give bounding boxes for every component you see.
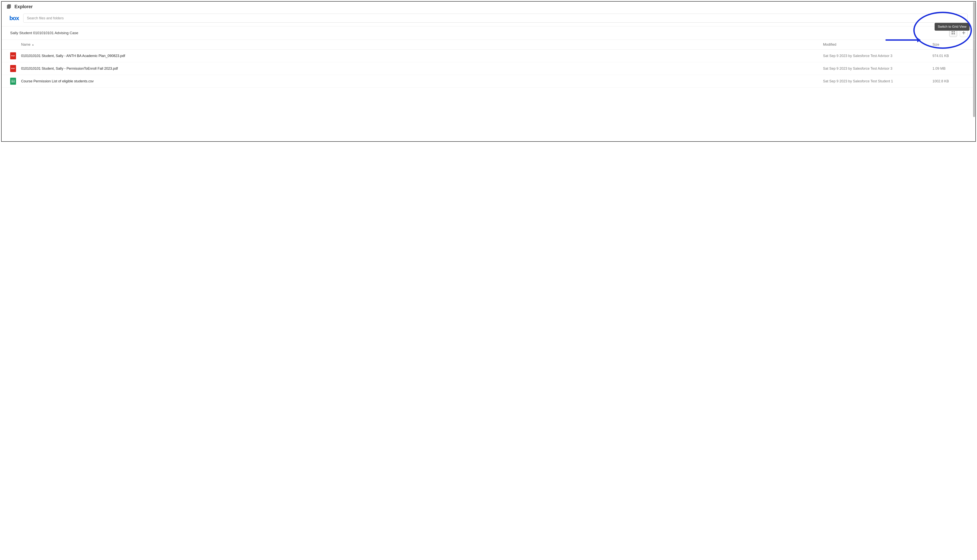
file-modified: Sat Sep 9 2023 by Salesforce Test Adviso…	[823, 67, 932, 71]
file-name[interactable]: Course Permission List of eligible stude…	[21, 79, 823, 83]
file-row[interactable]: PDF0101010101 Student, Sally - Permissio…	[2, 62, 975, 75]
svg-rect-5	[952, 33, 953, 34]
file-size: 1002.8 KB	[932, 79, 968, 83]
column-header-modified[interactable]: Modified	[823, 43, 932, 47]
box-logo: box	[9, 15, 19, 22]
scrollbar-thumb[interactable]	[973, 2, 975, 117]
svg-rect-6	[954, 33, 955, 34]
plus-icon	[962, 31, 966, 35]
file-size: 974.01 KB	[932, 54, 968, 58]
svg-rect-3	[952, 31, 953, 32]
pdf-badge-label: PDF	[11, 55, 15, 57]
file-list: PDF0101010101 Student, Sally - ANTH BA A…	[2, 50, 975, 88]
pdf-badge-label: PDF	[11, 68, 15, 70]
grid-view-tooltip: Switch to Grid View	[935, 23, 970, 31]
file-table-header: Name ▲ Modified Size	[2, 40, 975, 50]
explorer-window: Explorer box Sally Student 0101010101 Ad…	[1, 1, 976, 142]
pdf-file-icon: PDF	[10, 52, 16, 59]
file-icon-cell	[10, 78, 21, 85]
sort-ascending-icon: ▲	[32, 43, 34, 46]
search-bar-row: box	[2, 12, 975, 27]
panel-title: Explorer	[15, 4, 33, 9]
search-input[interactable]	[23, 14, 968, 23]
file-name[interactable]: 0101010101 Student, Sally - PermissionTo…	[21, 67, 823, 71]
file-row[interactable]: Course Permission List of eligible stude…	[2, 75, 975, 88]
grid-icon	[952, 31, 955, 35]
breadcrumb[interactable]: Sally Student 0101010101 Advising Case	[10, 31, 79, 35]
file-icon-cell: PDF	[10, 52, 21, 59]
column-size-label: Size	[932, 43, 939, 47]
svg-rect-2	[8, 4, 11, 8]
file-modified: Sat Sep 9 2023 by Salesforce Test Studen…	[823, 79, 932, 83]
breadcrumb-row: Sally Student 0101010101 Advising Case S…	[2, 27, 975, 40]
column-name-label: Name	[21, 43, 30, 47]
svg-rect-4	[954, 31, 955, 32]
pdf-file-icon: PDF	[10, 65, 16, 72]
column-header-name[interactable]: Name ▲	[21, 43, 823, 47]
vertical-scrollbar[interactable]	[973, 2, 975, 141]
explorer-icon	[6, 4, 12, 9]
spreadsheet-file-icon	[10, 78, 16, 85]
panel-header: Explorer	[2, 2, 975, 12]
column-header-size[interactable]: Size	[932, 43, 968, 47]
spreadsheet-grid-icon	[12, 80, 15, 83]
svg-rect-8	[962, 33, 965, 33]
file-icon-cell: PDF	[10, 65, 21, 72]
file-size: 1.09 MB	[932, 67, 968, 71]
file-modified: Sat Sep 9 2023 by Salesforce Test Adviso…	[823, 54, 932, 58]
file-name[interactable]: 0101010101 Student, Sally - ANTH BA Acad…	[21, 54, 823, 58]
column-modified-label: Modified	[823, 43, 836, 47]
file-row[interactable]: PDF0101010101 Student, Sally - ANTH BA A…	[2, 50, 975, 62]
